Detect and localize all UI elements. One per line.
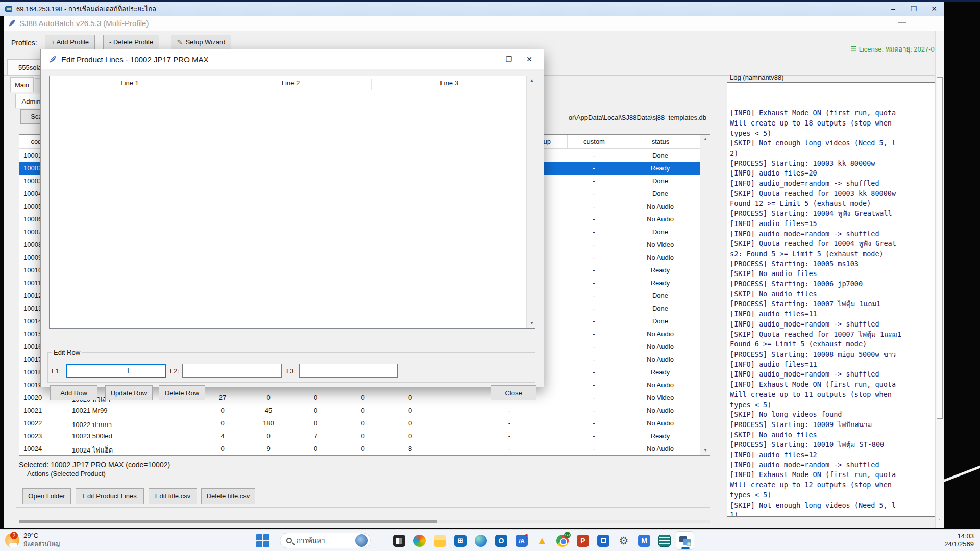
google-drive-icon[interactable]: ▲ [533, 531, 551, 550]
l3-input[interactable] [299, 364, 398, 378]
scroll-up-icon[interactable]: ▲ [527, 76, 537, 85]
rdp-minimize-button[interactable]: – [883, 3, 903, 15]
delete-row-button[interactable]: Delete Row [159, 385, 205, 400]
add-row-button[interactable]: Add Row [50, 385, 97, 400]
edit-row-label: Edit Row [52, 348, 82, 356]
update-row-button[interactable]: Update Row [105, 385, 153, 400]
medibang-icon[interactable]: /A ● [512, 531, 531, 550]
l2-input[interactable] [182, 364, 282, 378]
dialog-titlebar[interactable]: Edit Product Lines - 10002 JP17 PRO MAX … [41, 49, 544, 69]
setup-wizard-button[interactable]: ✎ Setup Wizard [171, 35, 231, 49]
rdp-close-button[interactable]: ✕ [924, 3, 944, 15]
cell-status: No Audio [621, 254, 700, 261]
settings-gear-icon[interactable]: ⚙ [615, 531, 633, 550]
cell-custom: - [567, 305, 621, 312]
cell-code: 10013 [23, 305, 42, 312]
scroll-up-icon[interactable]: ▲ [700, 135, 710, 144]
time: 14:03 [944, 532, 974, 540]
cell-status: Done [621, 305, 700, 312]
weather-widget[interactable]: 2 29°C มีแดดส่วนใหญ่ [5, 532, 60, 548]
pencil-icon: ✎ [177, 38, 183, 46]
rdp-titlebar: 69.164.253.198 - การเชื่อมต่อเดสก์ท็อประ… [0, 2, 944, 16]
10023 500led[interactable]: 10023 10023 500led 4 0 7 0 0 - - Ready [19, 430, 700, 443]
app-minimize-dash[interactable] [898, 22, 906, 23]
product-lines-list[interactable]: Line 1 Line 2 Line 3 ▲ ▼ [49, 76, 535, 329]
chrome-icon[interactable]: SJ [553, 531, 572, 550]
log-line: [PROCESS] Starting: 10004 หูฟัง Greatwal… [730, 209, 901, 219]
cell-code: 10016 [23, 343, 42, 350]
log-line: [INFO] audio_mode=random -> shuffled [730, 460, 901, 470]
log-line: Will create up to 18 outputs (stop when [730, 118, 901, 129]
10024 ไฟแฮ็ด[interactable]: 10024 10024 ไฟแฮ็ด 0 9 0 0 8 - - No Audi… [19, 443, 700, 456]
cell-custom: - [567, 381, 621, 389]
cell-status: No Audio [621, 343, 700, 350]
search-highlight-image [355, 534, 368, 547]
notes-icon[interactable] [655, 531, 674, 550]
resize-grip-icon[interactable]: ⋰ [937, 517, 943, 523]
search-placeholder: การค้นหา [297, 535, 325, 546]
scroll-down-icon[interactable]: ▼ [700, 446, 710, 455]
dialog-minimize-button[interactable]: – [478, 52, 499, 67]
powerpoint-icon[interactable]: P [574, 531, 592, 550]
table-scrollbar[interactable]: ▲ ▼ [700, 135, 710, 455]
app-scrollbar-thumb[interactable] [937, 77, 943, 419]
rdp-maximize-button[interactable]: ❐ [903, 3, 924, 15]
log-line: [INFO] Exhaust Mode ON (first run, quota [730, 470, 901, 480]
column-header-line2[interactable]: Line 2 [210, 79, 372, 90]
cell-status: No Video [621, 241, 700, 248]
delete-profile-button[interactable]: - Delete Profile [103, 35, 159, 49]
outlook-icon[interactable]: O [492, 531, 510, 550]
dialog-maximize-button[interactable]: ❐ [499, 52, 519, 67]
edge-icon[interactable] [472, 531, 490, 550]
copilot-icon[interactable] [410, 531, 429, 550]
horizontal-scrollbar-thumb[interactable] [19, 520, 437, 523]
log-line: [INFO] audio files=11 [730, 309, 901, 319]
actions-label: Actions (Selected Product) [24, 470, 108, 478]
start-button[interactable] [256, 534, 270, 547]
log-panel-title: Log (namnantv88) [730, 73, 784, 81]
cell-status: Ready [621, 279, 700, 287]
cell-code: 10008 [23, 241, 42, 248]
scroll-down-icon[interactable]: ▼ [527, 319, 537, 328]
log-output[interactable]: [INFO] Exhaust Mode ON (first run, quota… [727, 82, 935, 517]
column-header-status[interactable]: status [621, 135, 700, 149]
edit-title-csv-button[interactable]: Edit title.csv [149, 488, 197, 504]
log-line: [PROCESS] Starting: 10006 jp7000 [730, 279, 901, 289]
l1-input[interactable] [66, 364, 166, 378]
cell-code: 10015 [23, 330, 42, 338]
weather-description: มีแดดส่วนใหญ่ [23, 539, 60, 548]
tab-main[interactable]: Main [10, 77, 34, 92]
microsoft-store-icon[interactable]: ⊞ [451, 531, 470, 550]
10022 ปากกา[interactable]: 10022 10022 ปากกา 0 180 0 0 0 - - No Aud… [19, 417, 700, 430]
log-line: [PROCESS] Starting: 10007 ไฟตุ้ม 1แถม1 [730, 299, 901, 309]
edit-product-lines-button[interactable]: Edit Product Lines [76, 488, 144, 504]
cell-custom: - [567, 177, 621, 185]
file-explorer-icon[interactable] [431, 531, 449, 550]
open-folder-button[interactable]: Open Folder [22, 488, 71, 504]
cell-code: 10002 [23, 164, 42, 172]
cell-code: 10021 [23, 407, 42, 414]
10021 Mr99[interactable]: 10021 10021 Mr99 0 45 0 0 0 - - No Audio [19, 405, 700, 417]
dialog-close-button[interactable]: ✕ [519, 52, 540, 67]
lines-scrollbar[interactable]: ▲ ▼ [526, 76, 535, 328]
cell-custom: - [567, 292, 621, 299]
remote-desktop-icon[interactable] [676, 531, 694, 550]
m-app-icon[interactable]: M [635, 531, 653, 550]
column-header-custom[interactable]: custom [567, 135, 621, 149]
add-profile-button[interactable]: + Add Profile [45, 35, 95, 49]
close-button[interactable]: Close [491, 385, 536, 400]
taskbar-clock[interactable]: 14:03 24/1/2569 [944, 532, 974, 548]
log-line: [SKIP] Not enough long videos (Need 5, l [730, 500, 901, 511]
cell-n3: 0 [291, 445, 340, 453]
cell-group: - [458, 419, 560, 427]
column-header-line3[interactable]: Line 3 [372, 79, 527, 90]
blue-app-icon[interactable] [594, 531, 612, 550]
cell-code: 10012 [23, 292, 42, 299]
task-view-icon[interactable] [390, 531, 408, 550]
delete-title-csv-button[interactable]: Delete title.csv [201, 488, 255, 504]
cell-status: Ready [621, 266, 700, 274]
cell-status: No Audio [621, 419, 700, 427]
search-input[interactable]: การค้นหา [280, 533, 371, 548]
column-header-line1[interactable]: Line 1 [50, 79, 210, 90]
dialog-title: Edit Product Lines - 10002 JP17 PRO MAX [61, 55, 208, 64]
